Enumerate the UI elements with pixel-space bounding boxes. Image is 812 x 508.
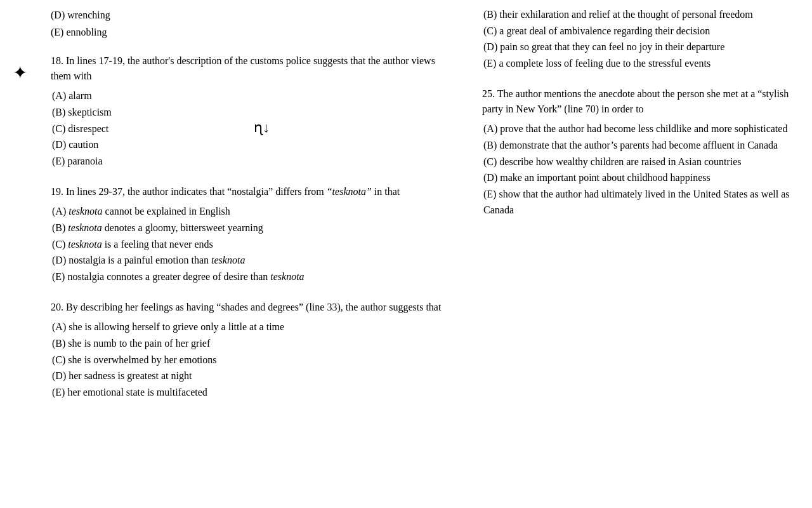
list-item: (E) her emotional state is multifaceted xyxy=(51,384,457,401)
list-item: (C) describe how wealthy children are ra… xyxy=(482,154,799,170)
page-container: ✦ (D) wrenching (E) ennobling 18. In lin… xyxy=(0,0,812,508)
list-item: (B) she is numb to the pain of her grief xyxy=(51,335,457,352)
list-item: (A) tesknota cannot be explained in Engl… xyxy=(51,203,457,220)
list-item: (A) alarm xyxy=(51,88,457,104)
list-item: (E) a complete loss of feeling due to th… xyxy=(482,55,799,72)
question-25-block: 25. The author mentions the anecdote abo… xyxy=(482,86,799,218)
list-item: (E) ennobling xyxy=(51,23,457,41)
q24-partial-block: (B) their exhilaration and relief at the… xyxy=(482,6,799,71)
list-item: (E) show that the author had ultimately … xyxy=(482,186,799,218)
list-item: (B) tesknota denotes a gloomy, bitterswe… xyxy=(51,220,457,236)
list-item: (D) her sadness is greatest at night xyxy=(51,368,457,384)
question-19-text: 19. In lines 29-37, the author indicates… xyxy=(51,184,457,199)
question-25-text: 25. The author mentions the anecdote abo… xyxy=(482,86,799,117)
question-20-text: 20. By describing her feelings as having… xyxy=(51,300,457,315)
list-item: (D) make an important point about childh… xyxy=(482,170,799,186)
list-item: (D) nostalgia is a painful emotion than … xyxy=(51,252,457,269)
question-19-block: 19. In lines 29-37, the author indicates… xyxy=(51,184,457,284)
list-item: (C) she is overwhelmed by her emotions xyxy=(51,352,457,368)
question-18-block: 18. In lines 17-19, the author's descrip… xyxy=(51,53,457,169)
list-item: (C) tesknota is a feeling that never end… xyxy=(51,236,457,253)
list-item: (A) she is allowing herself to grieve on… xyxy=(51,319,457,335)
question-18-text: 18. In lines 17-19, the author's descrip… xyxy=(51,53,457,84)
question-20-block: 20. By describing her feelings as having… xyxy=(51,300,457,400)
list-item: (A) prove that the author had become les… xyxy=(482,121,799,137)
list-item: (B) demonstrate that the author’s parent… xyxy=(482,137,799,154)
top-options-block: (D) wrenching (E) ennobling xyxy=(51,6,457,41)
list-item: (E) nostalgia connotes a greater degree … xyxy=(51,269,457,285)
list-item: (B) their exhilaration and relief at the… xyxy=(482,6,799,23)
list-item: (D) pain so great that they can feel no … xyxy=(482,39,799,55)
list-item: (C) a great deal of ambivalence regardin… xyxy=(482,23,799,39)
right-column: (B) their exhilaration and relief at the… xyxy=(469,6,812,502)
star-icon: ✦ xyxy=(13,62,27,83)
cursor-symbol: ɳ↓ xyxy=(254,119,270,136)
list-item: (B) skepticism xyxy=(51,104,457,121)
list-item: (D) wrenching xyxy=(51,6,457,23)
left-column: ✦ (D) wrenching (E) ennobling 18. In lin… xyxy=(0,6,469,502)
list-item: (E) paranoia xyxy=(51,153,457,170)
list-item: (D) caution xyxy=(51,137,457,153)
